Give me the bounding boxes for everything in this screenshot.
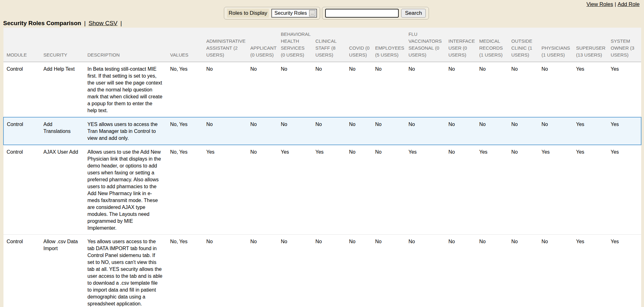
title-separator-left: |: [84, 20, 86, 26]
cell-description: Allows users to use the Add New Physicia…: [84, 145, 167, 235]
cell-role-value: No: [346, 235, 372, 307]
cell-role-value: No: [346, 145, 372, 235]
cell-security: AJAX User Add: [40, 145, 84, 235]
roles-table-container: MODULESECURITYDESCRIPTIONVALUESADMINISTR…: [3, 28, 641, 307]
cell-role-value: No: [372, 62, 405, 117]
roles-picker-field[interactable]: Security Roles ...: [271, 9, 317, 18]
cell-role-value: No: [372, 145, 405, 235]
cell-role-value: No: [372, 117, 405, 145]
nav-separator: |: [615, 1, 616, 7]
roles-to-display-label: Roles to Display: [227, 9, 269, 18]
column-header-security: SECURITY: [40, 28, 84, 62]
cell-role-value: No: [445, 62, 476, 117]
cell-description: YES allows users to access the Tran Mana…: [84, 117, 167, 145]
column-header-role: OUTSIDE CLINIC (1 USERS): [508, 28, 538, 62]
cell-role-value: Yes: [573, 117, 608, 145]
cell-role-value: No: [538, 62, 573, 117]
cell-role-value: No: [538, 117, 573, 145]
cell-module: Control: [3, 145, 40, 235]
cell-security: Add Help Text: [40, 62, 84, 117]
cell-role-value: No: [203, 117, 247, 145]
column-header-module: MODULE: [3, 28, 40, 62]
column-header-role: ADMINISTRATIVE ASSISTANT (2 USERS): [203, 28, 247, 62]
view-roles-link[interactable]: View Roles: [586, 1, 613, 7]
title-separator-right: |: [120, 20, 122, 26]
cell-role-value: No: [508, 235, 538, 307]
cell-role-value: No: [405, 62, 445, 117]
cell-role-value: Yes: [608, 117, 641, 145]
column-header-role: SYSTEM OWNER (3 USERS): [608, 28, 641, 62]
cell-role-value: Yes: [203, 145, 247, 235]
cell-role-value: No: [312, 117, 346, 145]
cell-role-value: No: [538, 235, 573, 307]
table-row: ControlAdd Help TextIn Beta testing stil…: [3, 62, 641, 117]
table-row: ControlAdd TranslationsYES allows users …: [3, 117, 641, 145]
column-header-role: SUPERUSER (13 USERS): [573, 28, 608, 62]
search-button[interactable]: Search: [401, 9, 426, 18]
cell-role-value: No: [247, 235, 278, 307]
column-header-role: CLINICAL STAFF (8 USERS): [312, 28, 346, 62]
roles-picker-ellipsis-button[interactable]: ...: [309, 10, 315, 16]
cell-role-value: Yes: [573, 62, 608, 117]
cell-module: Control: [3, 235, 40, 307]
column-header-values: VALUES: [167, 28, 203, 62]
roles-to-display-group: Roles to Display Security Roles ...: [224, 7, 320, 19]
cell-role-value: No: [405, 235, 445, 307]
page-title: Security Roles Comparison: [3, 20, 81, 26]
cell-role-value: Yes: [608, 235, 641, 307]
cell-description: Yes allows users access to the tab DATA …: [84, 235, 167, 307]
cell-values: No, Yes: [167, 145, 203, 235]
header-nav: View Roles|Add Role: [586, 1, 640, 8]
cell-role-value: No: [203, 62, 247, 117]
cell-role-value: No: [346, 62, 372, 117]
cell-role-value: No: [312, 235, 346, 307]
roles-picker-value: Security Roles: [275, 10, 307, 16]
cell-role-value: No: [476, 235, 508, 307]
cell-role-value: No: [476, 62, 508, 117]
cell-role-value: No: [405, 117, 445, 145]
column-header-role: INTERFACE USER (0 USERS): [445, 28, 476, 62]
roles-comparison-table: MODULESECURITYDESCRIPTIONVALUESADMINISTR…: [3, 28, 641, 307]
search-input[interactable]: [325, 9, 399, 18]
cell-role-value: No: [445, 117, 476, 145]
cell-role-value: Yes: [538, 145, 573, 235]
cell-role-value: No: [278, 62, 312, 117]
cell-description: In Beta testing still-contact MIE first.…: [84, 62, 167, 117]
column-header-role: BEHAVIORAL HEALTH SERVICES (0 USERS): [278, 28, 312, 62]
cell-role-value: Yes: [573, 145, 608, 235]
cell-role-value: No: [203, 235, 247, 307]
cell-role-value: No: [278, 235, 312, 307]
cell-role-value: No: [346, 117, 372, 145]
cell-module: Control: [3, 117, 40, 145]
cell-role-value: No: [445, 145, 476, 235]
cell-role-value: No: [508, 62, 538, 117]
cell-role-value: Yes: [405, 145, 445, 235]
cell-role-value: Yes: [573, 235, 608, 307]
cell-values: No, Yes: [167, 117, 203, 145]
column-header-description: DESCRIPTION: [84, 28, 167, 62]
cell-role-value: No: [247, 62, 278, 117]
cell-role-value: No: [372, 235, 405, 307]
cell-role-value: No: [312, 62, 346, 117]
cell-role-value: Yes: [312, 145, 346, 235]
cell-role-value: Yes: [608, 62, 641, 117]
cell-role-value: No: [476, 117, 508, 145]
column-header-role: MEDICAL RECORDS (1 USERS): [476, 28, 508, 62]
table-row: ControlAllow .csv Data ImportYes allows …: [3, 235, 641, 307]
cell-module: Control: [3, 62, 40, 117]
cell-role-value: No: [445, 235, 476, 307]
add-role-link[interactable]: Add Role: [618, 1, 640, 7]
cell-role-value: No: [247, 145, 278, 235]
cell-security: Add Translations: [40, 117, 84, 145]
column-header-role: COVID (0 USERS): [346, 28, 372, 62]
column-header-role: APPLICANT (0 USERS): [247, 28, 278, 62]
title-bar: Security Roles Comparison | Show CSV |: [3, 20, 123, 27]
column-header-role: EMPLOYEES (5 USERS): [372, 28, 405, 62]
cell-role-value: Yes: [608, 145, 641, 235]
cell-values: No, Yes: [167, 62, 203, 117]
search-group: Search: [322, 7, 429, 19]
show-csv-link[interactable]: Show CSV: [89, 20, 118, 26]
cell-role-value: Yes: [278, 145, 312, 235]
cell-security: Allow .csv Data Import: [40, 235, 84, 307]
cell-role-value: No: [247, 117, 278, 145]
